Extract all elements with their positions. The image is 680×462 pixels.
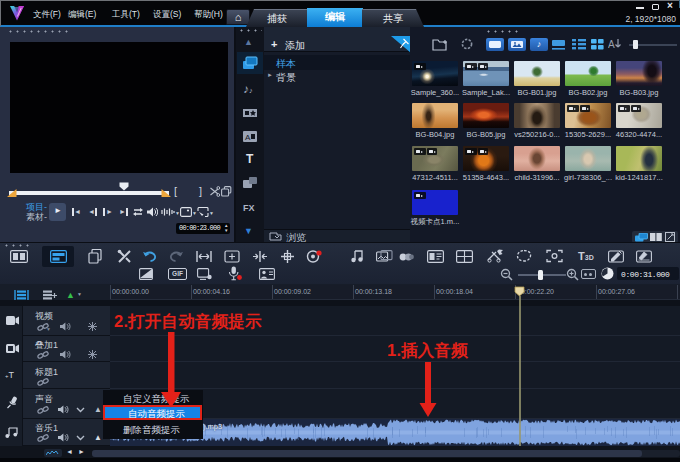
svg-text:A: A [245,133,251,142]
svg-text:A: A [608,39,615,50]
